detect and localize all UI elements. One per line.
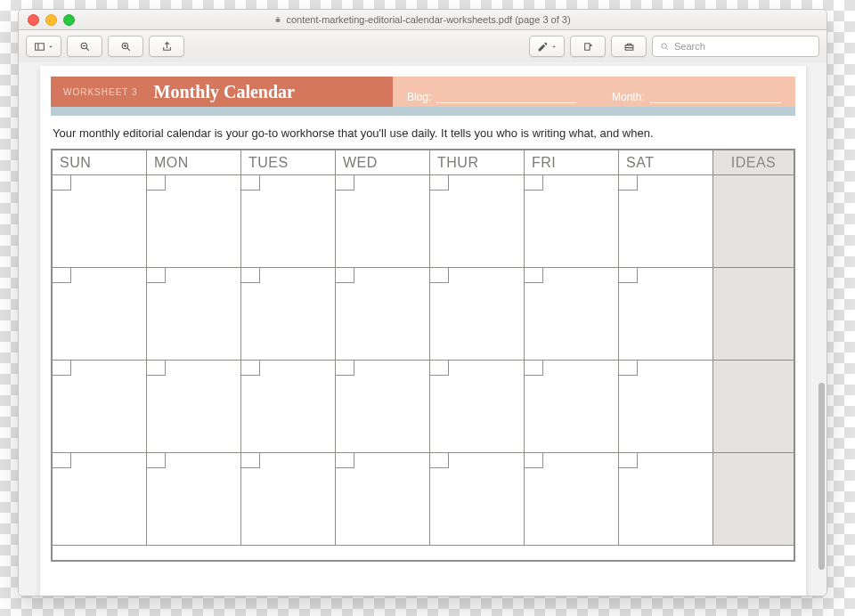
calendar-cell [147, 453, 241, 546]
month-field: Month: [612, 91, 781, 103]
calendar-cell [619, 361, 713, 453]
toolbar: Search [19, 30, 826, 63]
pencil-icon [537, 41, 549, 53]
ideas-cell [713, 268, 794, 361]
toolbox-icon [623, 41, 635, 53]
window-title: content-marketing-editorial-calendar-wor… [286, 14, 570, 25]
zoom-window-button[interactable] [63, 14, 75, 26]
month-label: Month: [612, 91, 645, 103]
calendar-cell [241, 361, 336, 453]
zoom-out-button[interactable] [67, 36, 102, 57]
markup-button[interactable] [611, 36, 647, 57]
zoom-in-icon [120, 41, 132, 53]
worksheet-header: WORKSHEET 3 Monthly Calendar Blog: Month… [51, 77, 795, 107]
calendar-grid: SUN MON TUES WED THUR FRI SAT IDEAS [51, 149, 795, 562]
zoom-out-icon [79, 41, 91, 53]
ideas-header: IDEAS [713, 150, 794, 175]
app-window: content-marketing-editorial-calendar-wor… [18, 9, 827, 596]
pdf-page: WORKSHEET 3 Monthly Calendar Blog: Month… [40, 66, 806, 596]
ideas-cell [713, 361, 794, 453]
window-title-wrap: content-marketing-editorial-calendar-wor… [19, 14, 826, 25]
calendar-cell [241, 175, 336, 268]
lock-icon [274, 16, 281, 23]
day-header-fri: FRI [525, 150, 619, 175]
calendar-cell [430, 175, 525, 268]
sidebar-toggle-button[interactable] [26, 36, 61, 57]
calendar-cell [53, 361, 147, 453]
day-header-tues: TUES [241, 150, 336, 175]
worksheet-number: WORKSHEET 3 [63, 87, 138, 97]
calendar-cell [241, 268, 336, 361]
ideas-cell [713, 453, 794, 546]
search-placeholder: Search [674, 41, 705, 52]
vertical-scrollbar[interactable] [818, 383, 825, 570]
calendar-cell [53, 453, 147, 546]
calendar-cell [525, 453, 619, 546]
calendar-cell [336, 268, 430, 361]
document-viewport[interactable]: WORKSHEET 3 Monthly Calendar Blog: Month… [19, 62, 826, 596]
calendar-cell [619, 268, 713, 361]
day-header-wed: WED [336, 150, 430, 175]
calendar-cell [147, 268, 241, 361]
calendar-cell [619, 453, 713, 546]
share-icon [161, 41, 173, 53]
header-accent-band [51, 107, 795, 116]
calendar-cell [241, 453, 336, 546]
day-header-thur: THUR [430, 150, 525, 175]
worksheet-title: Monthly Calendar [154, 82, 295, 102]
calendar-cell [525, 175, 619, 268]
day-header-mon: MON [147, 150, 241, 175]
intro-text: Your monthly editorial calendar is your … [53, 126, 794, 140]
calendar-cell [525, 268, 619, 361]
calendar-cell [336, 453, 430, 546]
calendar-cell [147, 361, 241, 453]
day-header-sat: SAT [619, 150, 713, 175]
calendar-cell [430, 453, 525, 546]
worksheet-header-right: Blog: Month: [393, 77, 795, 107]
window-controls [19, 14, 75, 26]
titlebar: content-marketing-editorial-calendar-wor… [19, 10, 826, 30]
calendar-cell [53, 268, 147, 361]
blog-field: Blog: [407, 91, 576, 103]
search-icon [660, 42, 670, 52]
blog-underline [436, 102, 576, 103]
close-window-button[interactable] [28, 14, 39, 26]
annotate-button[interactable] [529, 36, 565, 57]
calendar-cell [336, 175, 430, 268]
svg-point-2 [662, 43, 667, 48]
sidebar-icon [34, 41, 45, 53]
minimize-window-button[interactable] [45, 14, 57, 26]
rotate-icon [582, 41, 594, 53]
calendar-cell [525, 361, 619, 453]
ideas-cell [713, 175, 794, 268]
calendar-cell [336, 361, 430, 453]
calendar-cell [53, 175, 147, 268]
calendar-cell [430, 361, 525, 453]
worksheet-header-left: WORKSHEET 3 Monthly Calendar [51, 77, 393, 107]
blog-label: Blog: [407, 91, 431, 103]
calendar-cell [619, 175, 713, 268]
month-underline [650, 102, 781, 103]
chevron-down-icon [47, 41, 54, 53]
day-header-sun: SUN [53, 150, 147, 175]
calendar-cell [430, 268, 525, 361]
share-button[interactable] [149, 36, 184, 57]
chevron-down-icon [550, 41, 558, 53]
calendar-cell [147, 175, 241, 268]
zoom-in-button[interactable] [108, 36, 143, 57]
search-field[interactable]: Search [652, 36, 819, 57]
rotate-button[interactable] [570, 36, 606, 57]
